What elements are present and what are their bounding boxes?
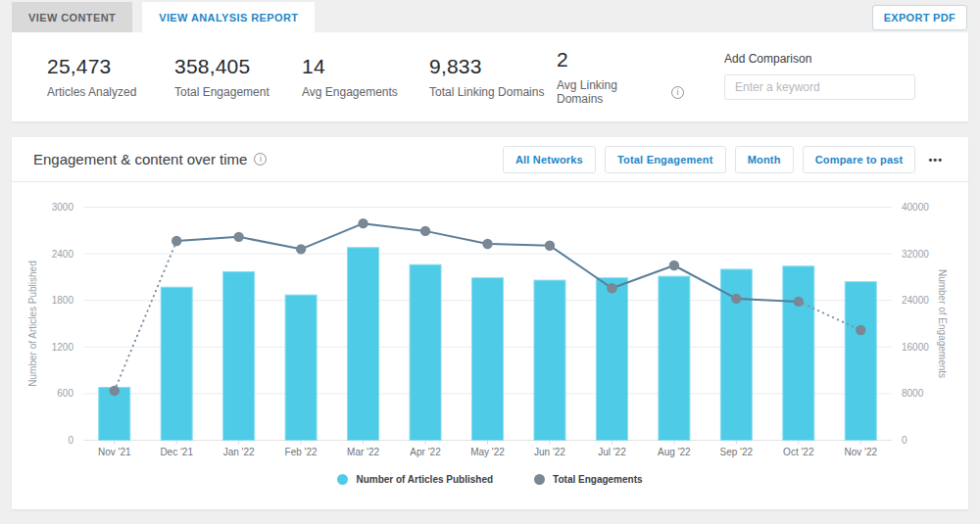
x-axis-label: Mar '22 [347,447,379,457]
line-point[interactable] [731,294,741,304]
right-axis-tick: 40000 [902,202,929,213]
more-options-icon[interactable]: ••• [924,154,947,166]
stat-label: Avg Engagements [302,85,429,99]
legend-item-articles[interactable]: Number of Articles Published [337,474,493,485]
stat-value: 358,405 [174,55,302,78]
right-axis-tick: 32000 [902,249,929,260]
stat-articles-analyzed: 25,473 Articles Analyzed [47,55,174,99]
chart-area: 0060080001200160001800240002400320003000… [12,182,968,485]
info-icon[interactable]: i [254,153,267,166]
x-axis-label: Oct '22 [783,447,814,457]
stat-label: Total Engagement [174,85,302,99]
tab-strip: VIEW CONTENT VIEW ANALYSIS REPORT EXPORT… [0,0,980,32]
right-axis-tick: 16000 [902,342,929,353]
legend-label: Number of Articles Published [356,474,493,485]
x-axis-label: Feb '22 [285,447,318,457]
tab-view-content[interactable]: VIEW CONTENT [12,2,132,32]
line-point[interactable] [607,283,616,293]
engagement-content-chart: 0060080001200160001800240002400320003000… [12,192,968,466]
bar[interactable] [348,248,379,441]
chart-header: Engagement & content over time i All Net… [12,137,968,182]
line-point[interactable] [358,218,368,228]
left-axis-tick: 1200 [52,342,74,353]
compare-to-past-button[interactable]: Compare to past [803,146,916,173]
chart-title: Engagement & content over time i [33,151,267,167]
stat-total-engagement: 358,405 Total Engagement [174,55,302,99]
filter-all-networks-button[interactable]: All Networks [503,146,596,173]
bar[interactable] [285,295,317,440]
export-pdf-button[interactable]: EXPORT PDF [872,5,967,30]
stat-label: Articles Analyzed [47,85,174,99]
x-axis-label: May '22 [470,447,505,457]
stat-total-linking-domains: 9,833 Total Linking Domains [429,55,557,99]
right-axis-title: Number of Engagements [937,269,948,378]
line-point[interactable] [545,241,555,251]
filter-month-button[interactable]: Month [735,146,794,173]
line-segment [364,223,425,231]
bar[interactable] [596,278,627,441]
stat-value: 9,833 [429,55,557,78]
tab-view-analysis-report[interactable]: VIEW ANALYSIS REPORT [142,2,315,32]
left-axis-tick: 600 [57,388,74,399]
x-axis-label: Jun '22 [534,447,565,457]
bar[interactable] [659,276,690,440]
left-axis-tick: 0 [68,435,74,446]
left-axis-tick: 2400 [52,249,74,260]
line-point[interactable] [110,386,120,396]
right-axis-tick: 0 [902,435,907,446]
stat-avg-linking-domains: 2 Avg Linking Domains i [557,48,684,106]
add-comparison: Add Comparison [724,52,915,100]
line-segment [425,231,487,244]
stat-label-text: Avg Linking Domains [557,78,666,106]
legend-dot-icon [534,474,545,485]
line-point[interactable] [172,236,181,246]
left-axis-title: Number of Articles Published [27,261,38,386]
comparison-keyword-input[interactable] [724,74,915,100]
info-icon[interactable]: i [671,86,684,99]
stat-value: 25,473 [47,55,174,78]
left-axis-tick: 3000 [52,202,74,213]
line-point[interactable] [856,325,865,335]
chart-title-text: Engagement & content over time [33,151,247,167]
analysis-report-page: { "tabs": { "view_content": "VIEW CONTEN… [0,0,980,524]
bar[interactable] [472,278,504,441]
stat-label: Avg Linking Domains i [557,78,684,106]
summary-stats-card: 25,473 Articles Analyzed 358,405 Total E… [12,32,968,121]
line-point[interactable] [296,244,306,254]
line-point[interactable] [482,239,492,249]
x-axis-label: Jul '22 [598,447,626,457]
line-point[interactable] [420,226,430,236]
bar[interactable] [783,266,814,441]
x-axis-label: Jan '22 [223,447,255,457]
line-point[interactable] [233,232,243,242]
bar[interactable] [410,264,441,440]
stat-avg-engagements: 14 Avg Engagements [302,55,429,99]
legend-label: Total Engagements [553,474,643,485]
right-axis-tick: 24000 [902,295,929,306]
line-point[interactable] [669,261,679,270]
stat-value: 2 [557,48,684,71]
filter-total-engagement-button[interactable]: Total Engagement [605,146,726,173]
x-axis-label: Aug '22 [658,447,691,457]
bar[interactable] [161,287,192,440]
engagement-over-time-card: Engagement & content over time i All Net… [12,137,968,509]
legend-item-engagements[interactable]: Total Engagements [534,474,643,485]
line-point[interactable] [794,297,804,307]
line-segment [301,223,363,249]
bar[interactable] [534,280,565,440]
x-axis-label: Nov '22 [844,447,877,457]
bar[interactable] [223,271,255,440]
stat-label: Total Linking Domains [429,85,557,99]
line-segment [176,237,238,241]
bar[interactable] [845,282,876,441]
line-segment [239,237,301,249]
stat-value: 14 [302,55,429,78]
chart-legend: Number of Articles Published Total Engag… [12,474,968,485]
add-comparison-label: Add Comparison [724,52,915,66]
x-axis-label: Dec '21 [160,447,193,457]
x-axis-label: Nov '21 [98,447,131,457]
line-segment [488,244,550,246]
legend-dot-icon [337,474,348,485]
left-axis-tick: 1800 [52,295,74,306]
x-axis-label: Sep '22 [720,447,754,457]
